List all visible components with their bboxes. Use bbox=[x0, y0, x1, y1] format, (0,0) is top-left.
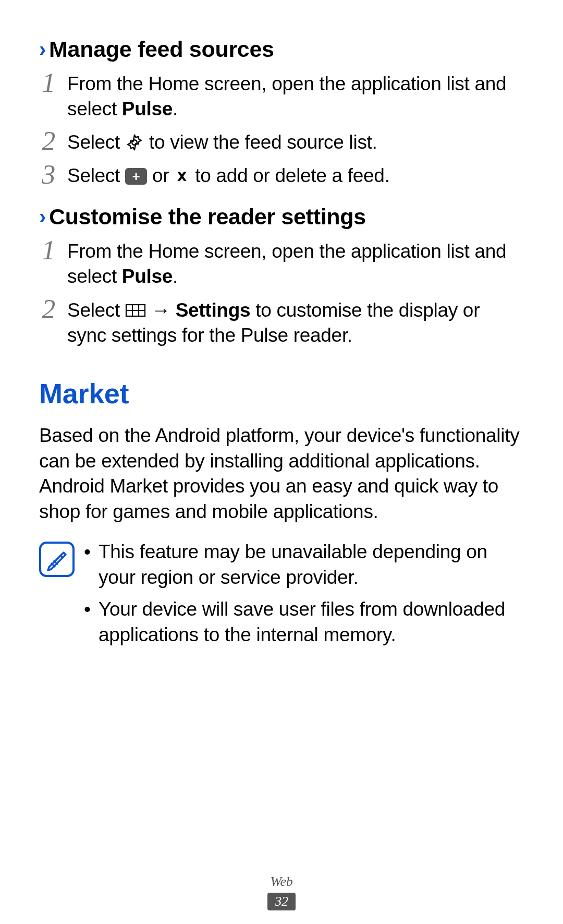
note-icon bbox=[39, 542, 75, 577]
step-text: From the Home screen, open the applicati… bbox=[67, 239, 524, 289]
footer-page-number: 32 bbox=[267, 893, 295, 910]
step-item: 2 Select to view the feed source list. bbox=[39, 130, 524, 155]
footer-chapter: Web bbox=[0, 874, 563, 890]
chevron-icon: › bbox=[39, 38, 46, 61]
step-number: 1 bbox=[39, 69, 58, 97]
step-text: Select to view the feed source list. bbox=[67, 130, 524, 155]
plus-icon: + bbox=[125, 168, 147, 185]
page-footer: Web 32 bbox=[0, 874, 563, 910]
step-number: 2 bbox=[39, 296, 58, 323]
note-list: This feature may be unavailable dependin… bbox=[84, 539, 524, 654]
chevron-icon: › bbox=[39, 205, 46, 229]
grid-icon bbox=[125, 303, 146, 318]
note-item: This feature may be unavailable dependin… bbox=[84, 539, 524, 591]
step-item: 1 From the Home screen, open the applica… bbox=[39, 239, 524, 289]
step-text: Select + or to add or delete a feed. bbox=[67, 163, 524, 188]
note-block: This feature may be unavailable dependin… bbox=[39, 539, 524, 654]
subheading-customise: › Customise the reader settings bbox=[39, 204, 524, 230]
step-item: 3 Select + or to add or delete a feed. bbox=[39, 163, 524, 188]
step-item: 2 Select → Settings to customise the dis… bbox=[39, 298, 524, 348]
step-number: 3 bbox=[39, 161, 58, 188]
subheading-text: Manage feed sources bbox=[49, 37, 274, 62]
step-text: From the Home screen, open the applicati… bbox=[67, 71, 524, 122]
step-item: 1 From the Home screen, open the applica… bbox=[39, 71, 524, 122]
step-number: 2 bbox=[39, 128, 58, 155]
subheading-manage-feeds: › Manage feed sources bbox=[39, 37, 524, 62]
gear-icon bbox=[125, 133, 144, 152]
step-list-manage: 1 From the Home screen, open the applica… bbox=[39, 71, 524, 188]
close-icon bbox=[174, 169, 190, 184]
note-item: Your device will save user files from do… bbox=[84, 597, 524, 648]
section-title-market: Market bbox=[39, 377, 524, 410]
manual-page: › Manage feed sources 1 From the Home sc… bbox=[0, 0, 563, 654]
step-list-customise: 1 From the Home screen, open the applica… bbox=[39, 239, 524, 347]
step-number: 1 bbox=[39, 237, 58, 264]
subheading-text: Customise the reader settings bbox=[49, 204, 366, 230]
step-text: Select → Settings to customise the displ… bbox=[67, 298, 524, 348]
market-paragraph: Based on the Android platform, your devi… bbox=[39, 423, 524, 525]
